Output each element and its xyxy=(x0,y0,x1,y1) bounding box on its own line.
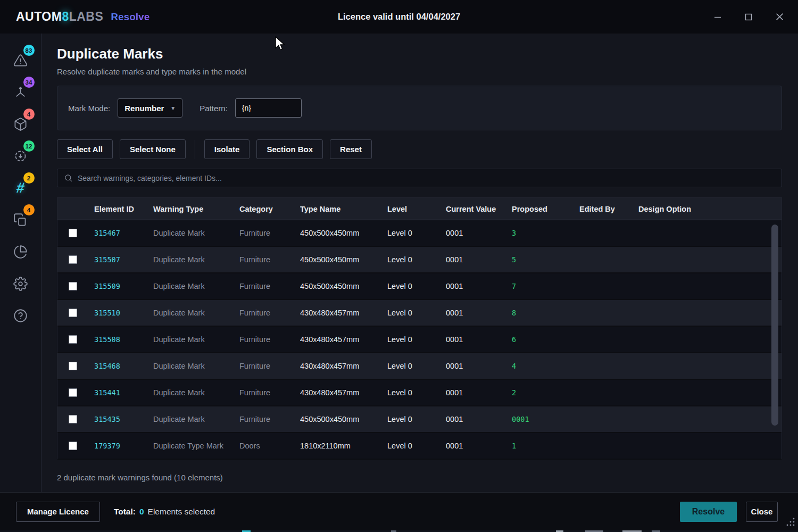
sidebar-item-warnings[interactable]: 83 xyxy=(0,44,41,76)
logo-part-autom: AUTOM xyxy=(16,10,62,23)
table-row[interactable]: 315507Duplicate MarkFurniture450x500x450… xyxy=(57,247,782,273)
app-window: AUTOM8LABS Resolve Licence valid until 0… xyxy=(0,0,798,532)
row-checkbox[interactable] xyxy=(69,255,77,264)
resolve-button[interactable]: Resolve xyxy=(680,502,737,522)
cell-proposed: 5 xyxy=(512,255,579,264)
window-controls xyxy=(712,0,785,34)
sidebar-item-help[interactable] xyxy=(0,300,41,331)
sidebar-item-reports[interactable] xyxy=(0,236,41,268)
cell-level: Level 0 xyxy=(387,282,446,290)
column-header[interactable]: Element ID xyxy=(94,205,153,213)
table-scrollbar[interactable] xyxy=(771,222,778,456)
resize-grip[interactable] xyxy=(785,517,796,527)
sidebar-item-duplicates[interactable]: 4 xyxy=(0,204,41,236)
badge-model: 4 xyxy=(23,109,35,120)
column-header[interactable]: Current Value xyxy=(446,205,512,213)
badge-axes: 34 xyxy=(23,77,35,88)
cell-category: Furniture xyxy=(239,335,300,344)
table-row[interactable]: 315510Duplicate MarkFurniture430x480x457… xyxy=(57,300,782,327)
help-icon xyxy=(13,309,28,323)
search-input[interactable] xyxy=(78,174,775,182)
total-value: 0 xyxy=(139,507,144,517)
cell-proposed: 6 xyxy=(512,335,579,344)
total-label: Total: xyxy=(114,507,136,517)
cell-id[interactable]: 315467 xyxy=(94,229,153,237)
cell-category: Furniture xyxy=(239,415,300,423)
cell-id[interactable]: 315507 xyxy=(94,255,153,264)
table-row[interactable]: 315435Duplicate MarkFurniture450x500x450… xyxy=(57,406,782,433)
cell-id[interactable]: 315509 xyxy=(94,282,153,290)
cell-id[interactable]: 315435 xyxy=(94,415,153,423)
table-row[interactable]: 315467Duplicate MarkFurniture450x500x450… xyxy=(57,220,782,247)
column-header[interactable]: Level xyxy=(387,205,446,213)
chevron-down-icon: ▼ xyxy=(170,105,176,111)
cell-category: Furniture xyxy=(239,309,300,317)
cell-warning: Duplicate Mark xyxy=(153,415,239,423)
sidebar-item-model[interactable]: 4 xyxy=(0,108,41,140)
cell-current: 0001 xyxy=(446,442,512,450)
total-suffix: Elements selected xyxy=(148,507,215,517)
close-button[interactable]: Close xyxy=(746,502,778,522)
manage-licence-button[interactable]: Manage Licence xyxy=(16,502,100,522)
table-row[interactable]: 179379Duplicate Type MarkDoors1810x2110m… xyxy=(57,433,782,460)
table-row[interactable]: 315508Duplicate MarkFurniture430x480x457… xyxy=(57,327,782,353)
cell-id[interactable]: 179379 xyxy=(94,442,153,450)
toolbar-divider xyxy=(195,140,195,159)
cell-category: Furniture xyxy=(239,388,300,397)
warning-triangle-icon xyxy=(13,53,28,68)
select-none-button[interactable]: Select None xyxy=(120,139,186,159)
sidebar-item-marks[interactable]: # 2 xyxy=(0,172,41,204)
cell-id[interactable]: 315508 xyxy=(94,335,153,344)
cell-id[interactable]: 315510 xyxy=(94,309,153,317)
maximize-icon[interactable] xyxy=(743,11,754,23)
cell-level: Level 0 xyxy=(387,362,446,370)
isolate-button[interactable]: Isolate xyxy=(204,139,250,159)
cell-type_name: 450x500x450mm xyxy=(300,255,387,264)
column-header[interactable]: Edited By xyxy=(579,205,638,213)
badge-warnings: 83 xyxy=(23,45,35,56)
table-row[interactable]: 315509Duplicate MarkFurniture450x500x450… xyxy=(57,273,782,300)
sidebar-item-settings[interactable] xyxy=(0,268,41,300)
table-row[interactable]: 315441Duplicate MarkFurniture430x480x457… xyxy=(57,380,782,406)
cell-current: 0001 xyxy=(446,388,512,397)
column-header[interactable]: Type Name xyxy=(300,205,387,213)
titlebar: AUTOM8LABS Resolve Licence valid until 0… xyxy=(0,0,798,34)
row-checkbox[interactable] xyxy=(69,229,77,237)
row-checkbox[interactable] xyxy=(69,362,77,370)
search-bar[interactable] xyxy=(57,169,782,187)
row-checkbox[interactable] xyxy=(69,309,77,317)
row-checkbox[interactable] xyxy=(69,388,77,397)
sidebar-item-axes[interactable]: 34 xyxy=(0,76,41,108)
gear-icon xyxy=(13,277,28,291)
table-row[interactable]: 315468Duplicate MarkFurniture430x480x457… xyxy=(57,353,782,380)
select-all-button[interactable]: Select All xyxy=(57,139,113,159)
column-header[interactable]: Warning Type xyxy=(153,205,239,213)
cell-current: 0001 xyxy=(446,229,512,237)
scrollbar-thumb[interactable] xyxy=(771,225,778,426)
column-header[interactable]: Category xyxy=(239,205,300,213)
cell-id[interactable]: 315441 xyxy=(94,388,153,397)
row-checkbox[interactable] xyxy=(69,442,77,450)
footer-bar: Manage Licence Total: 0 Elements selecte… xyxy=(0,492,798,530)
cell-id[interactable]: 315468 xyxy=(94,362,153,370)
sidebar-item-selection[interactable]: 12 xyxy=(0,140,41,172)
cell-level: Level 0 xyxy=(387,309,446,317)
search-icon xyxy=(64,173,73,182)
pattern-input[interactable] xyxy=(235,98,302,118)
minimize-icon[interactable] xyxy=(712,11,724,23)
row-checkbox[interactable] xyxy=(69,415,77,423)
section-box-button[interactable]: Section Box xyxy=(256,139,323,159)
column-header[interactable]: Proposed xyxy=(512,205,579,213)
row-checkbox[interactable] xyxy=(69,335,77,344)
row-checkbox[interactable] xyxy=(69,282,77,290)
badge-duplicates: 4 xyxy=(23,204,35,215)
column-header[interactable]: Design Option xyxy=(638,205,782,213)
badge-selection: 12 xyxy=(23,140,35,152)
mark-mode-dropdown[interactable]: Renumber ▼ xyxy=(118,98,182,118)
mouse-cursor xyxy=(275,36,286,51)
cell-proposed: 1 xyxy=(512,442,579,450)
mark-mode-value: Renumber xyxy=(124,104,164,113)
reset-button[interactable]: Reset xyxy=(330,139,372,159)
rotate-selection-icon xyxy=(13,149,28,163)
close-icon[interactable] xyxy=(774,11,785,23)
